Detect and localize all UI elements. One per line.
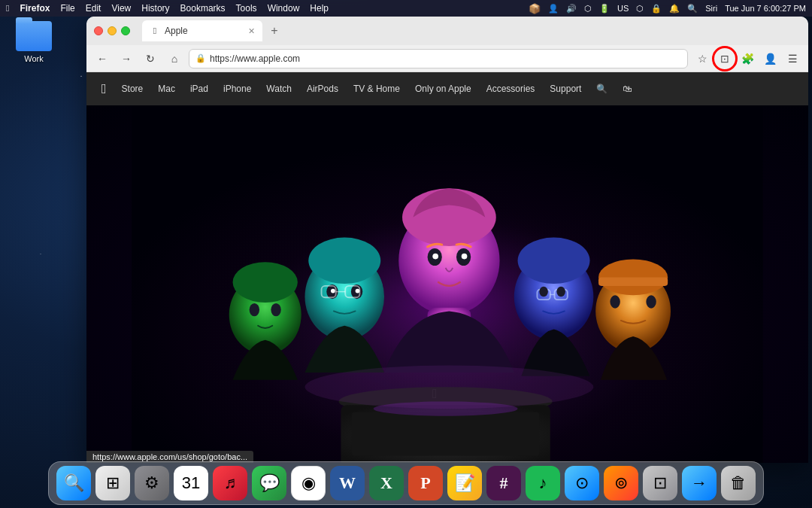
new-tab-button[interactable]: +: [265, 22, 283, 40]
svg-point-23: [518, 238, 590, 284]
bookmark-star-button[interactable]: ☆: [692, 49, 712, 68]
hero-image: : [86, 105, 808, 463]
extensions-button[interactable]: 🧩: [738, 49, 757, 68]
dock-slack[interactable]: #: [486, 466, 521, 500]
svg-point-27: [539, 287, 548, 297]
nav-mac[interactable]: Mac: [158, 84, 175, 94]
menubar-file[interactable]: File: [60, 3, 74, 14]
screenshot-icon: ⊡: [653, 475, 667, 491]
svg-point-10: [308, 238, 380, 284]
nav-items:  Store Mac iPad iPhone Watch AirPods TV…: [102, 81, 632, 97]
dock-music[interactable]: ♬: [213, 466, 247, 500]
lock-icon: 🔒: [195, 53, 206, 63]
dock-messages[interactable]: 💬: [252, 466, 286, 500]
tab-close-button[interactable]: ✕: [248, 27, 255, 35]
battery-icon[interactable]: 🔋: [599, 4, 610, 14]
address-bar[interactable]: 🔒 https://www.apple.com: [189, 49, 688, 68]
migration-assistant-icon: →: [691, 475, 707, 491]
volume-icon[interactable]: 🔊: [566, 4, 577, 14]
toolbar: ← → ↻ ⌂ 🔒 https://www.apple.com ☆ ⊡ 🧩 👤 …: [86, 45, 808, 72]
nav-airpods[interactable]: AirPods: [307, 84, 338, 94]
tab-title: Apple: [165, 26, 188, 36]
nav-watch[interactable]: Watch: [266, 84, 292, 94]
site-hero:  https://www.apple.com/us/shop/goto/bac…: [86, 105, 808, 463]
tab-bar:  Apple ✕ +: [142, 20, 801, 41]
dropbox-icon[interactable]: 📦: [529, 3, 541, 14]
menubar-help[interactable]: Help: [310, 3, 329, 14]
menubar-window[interactable]: Window: [268, 3, 300, 14]
user-icon[interactable]: 👤: [548, 4, 559, 14]
nav-iphone[interactable]: iPhone: [223, 84, 251, 94]
nav-apple-logo[interactable]: : [102, 81, 107, 97]
forward-button[interactable]: →: [117, 49, 136, 68]
menubar-app-name[interactable]: Firefox: [20, 3, 50, 14]
svg-point-19: [233, 262, 298, 303]
screenshot-icon: ⊡: [720, 53, 729, 65]
menubar:  Firefox File Edit View History Bookmar…: [0, 0, 812, 17]
home-button[interactable]: ⌂: [165, 49, 184, 68]
menubar-view[interactable]: View: [111, 3, 131, 14]
dock-finder[interactable]: 🔍: [56, 466, 91, 500]
nav-ipad[interactable]: iPad: [190, 84, 208, 94]
apple-menu-icon[interactable]: : [6, 3, 9, 14]
browser-tab[interactable]:  Apple ✕: [142, 20, 262, 41]
screenshot-button[interactable]: ⊡: [715, 49, 735, 68]
dock-trash[interactable]: 🗑: [721, 466, 756, 500]
nav-support[interactable]: Support: [550, 84, 581, 94]
excel-icon: X: [380, 475, 392, 491]
svg-point-20: [250, 303, 259, 316]
traffic-lights: [94, 26, 130, 35]
dock-system-preferences[interactable]: ⚙: [135, 466, 169, 500]
folder-icon: [16, 21, 52, 51]
menubar-edit[interactable]: Edit: [86, 3, 102, 14]
back-button[interactable]: ←: [92, 49, 112, 68]
svg-point-30: [598, 259, 668, 295]
menubar-tools[interactable]: Tools: [236, 3, 257, 14]
nav-only-on-apple[interactable]: Only on Apple: [415, 84, 471, 94]
dock-safari[interactable]: ⊙: [565, 466, 599, 500]
lock-icon[interactable]: 🔒: [651, 4, 662, 14]
svg-point-6: [432, 254, 438, 260]
toolbar-actions: ☆ ⊡ 🧩 👤 ☰: [692, 49, 802, 68]
wifi-icon[interactable]: ⬡: [636, 4, 644, 14]
minimize-button[interactable]: [108, 26, 117, 35]
dock-screenshot[interactable]: ⊡: [643, 466, 677, 500]
close-button[interactable]: [94, 26, 103, 35]
fullscreen-button[interactable]: [121, 26, 130, 35]
menubar-left:  Firefox File Edit View History Bookmar…: [6, 3, 329, 14]
dock-notes[interactable]: 📝: [447, 466, 482, 500]
menubar-history[interactable]: History: [141, 3, 169, 14]
dock-excel[interactable]: X: [369, 466, 404, 500]
svg-rect-31: [598, 277, 668, 286]
spotify-icon: ♪: [539, 475, 547, 491]
nav-tv-home[interactable]: TV & Home: [353, 84, 400, 94]
desktop:  Firefox File Edit View History Bookmar…: [0, 0, 812, 508]
menu-button[interactable]: ☰: [783, 49, 802, 68]
slack-icon: #: [500, 475, 508, 491]
bluetooth-icon[interactable]: ⬡: [584, 4, 592, 14]
launchpad-icon: ⊞: [106, 475, 120, 491]
dock-launchpad[interactable]: ⊞: [95, 466, 130, 500]
nav-bag[interactable]: 🛍: [623, 84, 632, 94]
notification-icon[interactable]: 🔔: [669, 4, 680, 14]
keyboard-lang-icon[interactable]: US: [617, 4, 629, 13]
profile-button[interactable]: 👤: [760, 49, 780, 68]
siri-icon[interactable]: Siri: [705, 4, 717, 13]
finder-icon: 🔍: [64, 475, 84, 491]
dock-spotify[interactable]: ♪: [526, 466, 560, 500]
dock-calendar[interactable]: 31: [174, 466, 208, 500]
dock-migration-assistant[interactable]: →: [682, 466, 717, 500]
music-icon: ♬: [224, 475, 237, 491]
dock-word[interactable]: W: [330, 466, 365, 500]
menubar-bookmarks[interactable]: Bookmarks: [180, 3, 226, 14]
dock-powerpoint[interactable]: P: [408, 466, 443, 500]
dock-chrome[interactable]: ◉: [291, 466, 326, 500]
nav-store[interactable]: Store: [122, 84, 144, 94]
apple-site-nav:  Store Mac iPad iPhone Watch AirPods TV…: [86, 72, 808, 105]
dock-firefox[interactable]: ⊚: [604, 466, 638, 500]
search-icon[interactable]: 🔍: [687, 4, 698, 14]
nav-search[interactable]: 🔍: [596, 84, 607, 94]
desktop-folder-work[interactable]: Work: [8, 21, 60, 63]
reload-button[interactable]: ↻: [141, 49, 160, 68]
nav-accessories[interactable]: Accessories: [486, 84, 535, 94]
